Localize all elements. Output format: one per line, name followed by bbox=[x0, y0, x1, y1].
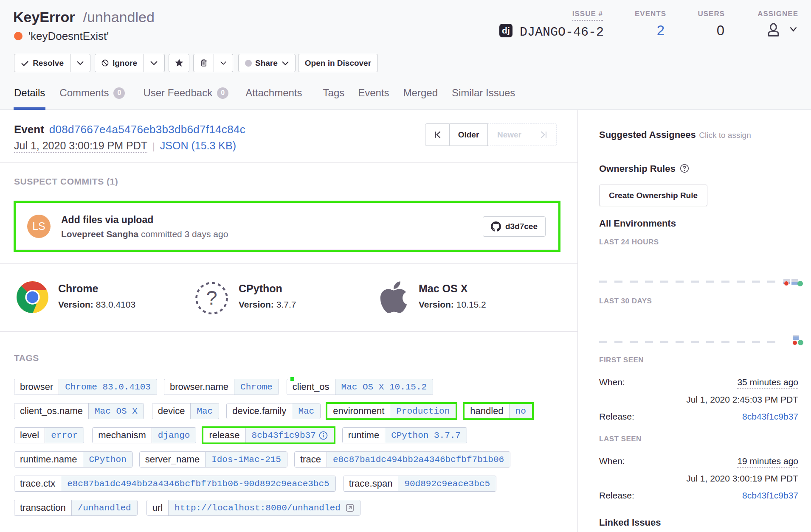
svg-text:?: ? bbox=[206, 286, 217, 309]
